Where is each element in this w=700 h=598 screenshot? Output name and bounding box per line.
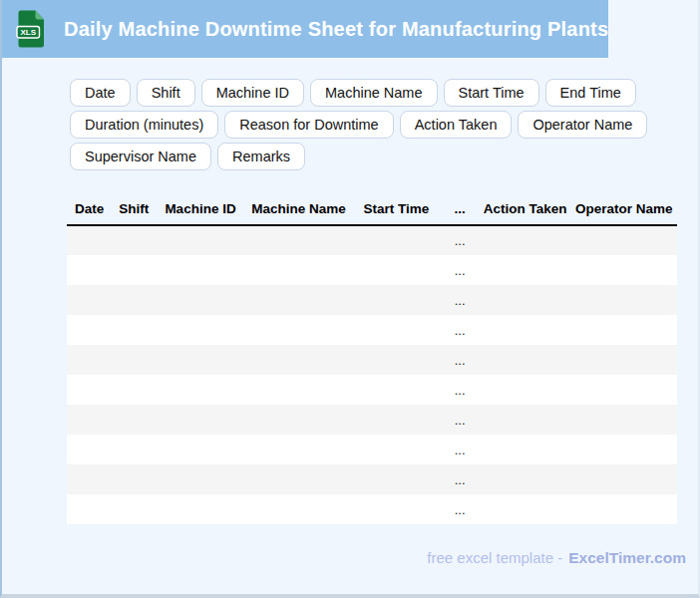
table-cell: ... xyxy=(441,405,480,435)
chip-remarks: Remarks xyxy=(217,143,305,170)
table-cell xyxy=(67,285,112,315)
table-cell xyxy=(480,255,571,285)
table-cell xyxy=(67,315,112,345)
table-cell xyxy=(67,225,112,255)
table-cell xyxy=(352,494,440,524)
table-cell xyxy=(570,345,677,375)
table-cell: ... xyxy=(441,285,480,315)
table-cell xyxy=(480,375,571,405)
table-cell xyxy=(570,255,677,285)
table-cell xyxy=(67,435,112,464)
table-cell xyxy=(112,405,156,435)
table-cell xyxy=(352,375,440,405)
chip-supervisor-name: Supervisor Name xyxy=(70,143,211,170)
table-header-row: DateShiftMachine IDMachine NameStart Tim… xyxy=(67,196,677,225)
table-row: ... xyxy=(67,375,677,405)
table-cell xyxy=(67,464,112,494)
column-header: Start Time xyxy=(352,196,440,225)
xls-file-icon: XLS xyxy=(16,9,46,49)
table-cell xyxy=(480,464,571,494)
table-cell: ... xyxy=(441,225,480,255)
column-header: Shift xyxy=(112,196,156,225)
table-cell xyxy=(570,315,677,345)
table-cell: ... xyxy=(441,494,480,524)
table-cell xyxy=(352,255,440,285)
table-cell xyxy=(352,345,440,375)
table-cell xyxy=(156,285,244,315)
table-cell xyxy=(570,375,677,405)
table-cell xyxy=(245,375,353,405)
downtime-table: DateShiftMachine IDMachine NameStart Tim… xyxy=(67,196,677,524)
table-cell xyxy=(156,494,244,524)
table-cell xyxy=(480,225,571,255)
table-cell xyxy=(245,435,353,464)
table-cell xyxy=(570,285,677,315)
table-cell xyxy=(245,285,353,315)
chip-machine-name: Machine Name xyxy=(310,79,438,107)
table-cell xyxy=(480,405,571,435)
table-cell: ... xyxy=(441,345,480,375)
table-cell xyxy=(480,315,571,345)
table-row: ... xyxy=(67,345,677,375)
table-cell xyxy=(570,405,677,435)
table-cell xyxy=(112,315,156,345)
table-cell xyxy=(112,225,156,255)
page: XLS Daily Machine Downtime Sheet for Man… xyxy=(0,0,700,598)
chip-duration-minutes: Duration (minutes) xyxy=(70,111,218,139)
table-row: ... xyxy=(67,225,677,255)
table-cell: ... xyxy=(441,464,480,494)
table-cell xyxy=(156,464,244,494)
table-cell xyxy=(156,375,244,405)
table-cell xyxy=(245,225,353,255)
table-cell xyxy=(112,494,156,524)
table-cell xyxy=(156,345,244,375)
column-header: Machine Name xyxy=(245,196,353,225)
footer: free excel template -ExcelTimer.com xyxy=(427,549,686,567)
chip-shift: Shift xyxy=(137,79,195,107)
table-cell: ... xyxy=(441,375,480,405)
column-header: Action Taken xyxy=(480,196,571,225)
table-cell xyxy=(352,225,440,255)
table-cell xyxy=(112,255,156,285)
table-cell xyxy=(67,255,112,285)
table-row: ... xyxy=(67,285,677,315)
table-cell xyxy=(112,285,156,315)
table-cell xyxy=(112,375,156,405)
table-cell xyxy=(570,225,677,255)
table-cell: ... xyxy=(441,435,480,464)
table-cell xyxy=(352,405,440,435)
table-cell xyxy=(245,494,353,524)
table-cell xyxy=(67,494,112,524)
title-banner: XLS Daily Machine Downtime Sheet for Man… xyxy=(2,0,608,58)
chip-row: Duration (minutes)Reason for DowntimeAct… xyxy=(70,111,647,139)
table-cell xyxy=(480,285,571,315)
svg-text:XLS: XLS xyxy=(20,28,36,37)
chip-action-taken: Action Taken xyxy=(400,111,513,139)
table-row: ... xyxy=(67,255,677,285)
table-cell xyxy=(570,464,677,494)
column-header: Machine ID xyxy=(156,196,244,225)
table-cell xyxy=(156,225,244,255)
brand-link[interactable]: ExcelTimer.com xyxy=(568,549,686,566)
chip-reason-for-downtime: Reason for Downtime xyxy=(224,111,393,139)
table-cell xyxy=(112,435,156,464)
table-cell xyxy=(156,435,244,464)
table-cell xyxy=(245,405,353,435)
table-cell xyxy=(67,375,112,405)
page-title: Daily Machine Downtime Sheet for Manufac… xyxy=(64,18,608,41)
table-cell xyxy=(570,435,677,464)
table-cell xyxy=(156,255,244,285)
table-cell xyxy=(352,435,440,464)
field-chips: DateShiftMachine IDMachine NameStart Tim… xyxy=(70,79,647,174)
table-row: ... xyxy=(67,405,677,435)
table-cell xyxy=(245,315,353,345)
table-cell xyxy=(67,345,112,375)
table-row: ... xyxy=(67,464,677,494)
table-cell xyxy=(245,255,353,285)
chip-end-time: End Time xyxy=(545,79,636,107)
chip-date: Date xyxy=(70,79,131,107)
chip-operator-name: Operator Name xyxy=(518,111,647,139)
table-cell xyxy=(570,494,677,524)
table-cell xyxy=(112,345,156,375)
table-cell xyxy=(480,494,571,524)
